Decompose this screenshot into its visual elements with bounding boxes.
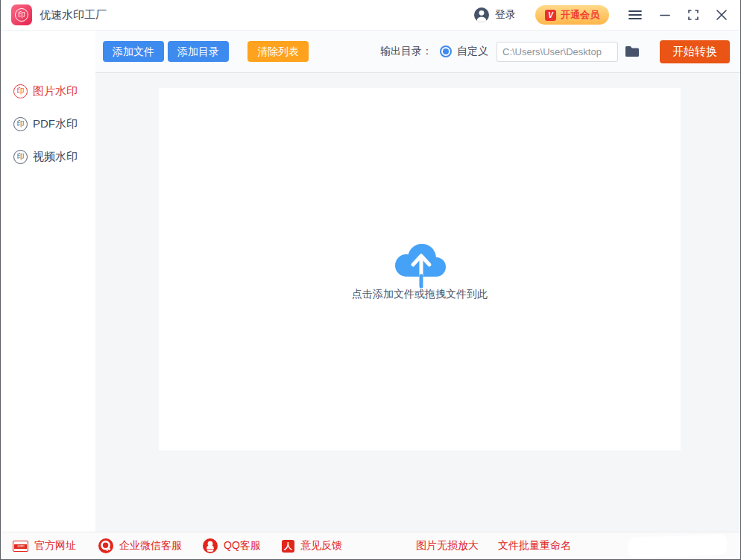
- login-button[interactable]: 登录: [473, 7, 516, 23]
- clear-list-button[interactable]: 清除列表: [247, 41, 309, 62]
- stamp-icon: 印: [13, 117, 28, 131]
- browse-folder-button[interactable]: [625, 45, 640, 57]
- stamp-icon: 印: [13, 150, 28, 164]
- footer-item-wecom-support[interactable]: 企业微信客服: [98, 538, 182, 553]
- minimize-icon[interactable]: [660, 10, 670, 20]
- footer-item-batch-rename[interactable]: 文件批量重命名: [498, 539, 571, 553]
- footer-label: 意见反馈: [300, 539, 342, 553]
- footer-item-official-website[interactable]: .com 官方网址: [13, 539, 76, 553]
- app-title: 优速水印工厂: [40, 8, 107, 22]
- output-dir-group: 输出目录： 自定义 开始转换: [380, 40, 730, 63]
- footer-label: 企业微信客服: [119, 539, 182, 553]
- output-dir-label: 输出目录：: [380, 45, 432, 58]
- menu-icon[interactable]: [628, 10, 642, 20]
- toolbar: 添加文件 添加目录 清除列表 输出目录： 自定义 开始转换: [95, 31, 740, 73]
- sidebar-item-label: PDF水印: [33, 117, 78, 131]
- footer-label: 文件批量重命名: [498, 539, 571, 553]
- sidebar-item-image-watermark[interactable]: 印 图片水印: [1, 75, 95, 107]
- footer-bar: .com 官方网址 企业微信客服: [1, 532, 740, 559]
- website-icon: .com: [13, 541, 28, 552]
- add-directory-button[interactable]: 添加目录: [168, 41, 229, 62]
- title-bar: 印 优速水印工厂 登录 V 开通会: [1, 0, 740, 31]
- file-dropzone[interactable]: 点击添加文件或拖拽文件到此: [159, 88, 681, 450]
- footer-item-image-upscale[interactable]: 图片无损放大: [416, 539, 479, 553]
- vip-label: 开通会员: [561, 8, 599, 22]
- stamp-icon: 印: [13, 84, 28, 98]
- content-area: 点击添加文件或拖拽文件到此: [95, 73, 740, 532]
- sidebar: 印 图片水印 印 PDF水印 印 视频水印: [1, 31, 95, 532]
- start-convert-button[interactable]: 开始转换: [660, 40, 730, 63]
- sidebar-item-label: 视频水印: [33, 150, 78, 164]
- output-path-input[interactable]: [496, 42, 618, 62]
- close-icon[interactable]: [716, 10, 727, 20]
- window-controls: [628, 10, 727, 20]
- feedback-icon: 人: [282, 540, 294, 553]
- footer-label: 官方网址: [34, 539, 76, 553]
- login-label: 登录: [495, 8, 516, 22]
- custom-radio[interactable]: [440, 45, 452, 57]
- wecom-icon: [98, 538, 113, 553]
- footer-item-qq-support[interactable]: QQ客服: [203, 538, 261, 553]
- maximize-icon[interactable]: [688, 10, 699, 20]
- titlebar-right: 登录 V 开通会员: [473, 5, 727, 25]
- redaction-smudge: [628, 535, 728, 559]
- folder-icon: [625, 45, 640, 57]
- cloud-upload-icon: [387, 239, 453, 292]
- dropzone-hint: 点击添加文件或拖拽文件到此: [159, 288, 681, 301]
- app-logo-glyph: 印: [15, 8, 28, 22]
- open-vip-button[interactable]: V 开通会员: [535, 5, 609, 25]
- qq-icon: [203, 538, 218, 553]
- user-avatar-icon: [473, 7, 490, 23]
- custom-option-label: 自定义: [457, 45, 488, 58]
- sidebar-item-label: 图片水印: [33, 84, 78, 98]
- app-logo-icon: 印: [11, 4, 32, 25]
- footer-item-feedback[interactable]: 人 意见反馈: [282, 539, 342, 553]
- vip-icon: V: [545, 10, 556, 21]
- footer-label: QQ客服: [224, 539, 261, 553]
- sidebar-item-pdf-watermark[interactable]: 印 PDF水印: [1, 107, 95, 140]
- footer-label: 图片无损放大: [416, 539, 479, 553]
- add-files-button[interactable]: 添加文件: [103, 41, 164, 62]
- app-window: 印 优速水印工厂 登录 V 开通会: [0, 0, 741, 560]
- sidebar-item-video-watermark[interactable]: 印 视频水印: [1, 140, 95, 173]
